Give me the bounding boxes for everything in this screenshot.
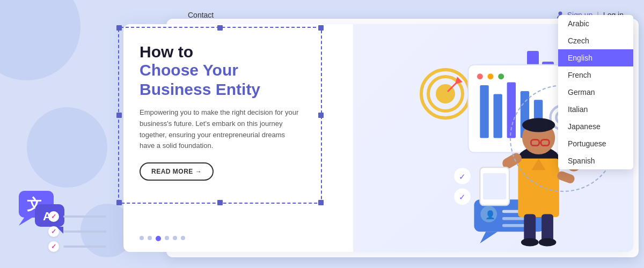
read-more-button[interactable]: READ MORE → [140, 162, 214, 181]
svg-rect-44 [483, 173, 507, 199]
dot-5[interactable] [173, 236, 177, 240]
dot-4[interactable] [165, 236, 169, 240]
language-dropdown: Arabic Czech English French German Itali… [558, 15, 633, 169]
hero-description: Empowering you to make the right decisio… [140, 107, 301, 152]
handle-bl[interactable] [116, 200, 122, 205]
svg-point-51 [558, 11, 562, 15]
check-mark-1: ✓ [51, 213, 56, 220]
dot-6[interactable] [181, 236, 185, 240]
topnav-right: Sign up | Log in Arabic Czech English Fr… [556, 11, 633, 19]
lang-portuguese[interactable]: Portuguese [558, 135, 633, 152]
handle-ml[interactable] [116, 113, 122, 118]
contact-link[interactable]: Contact [188, 11, 214, 19]
check-mark-2: ✓ [51, 228, 56, 235]
hero-title: Choose Your Business Entity [140, 61, 337, 99]
lang-english[interactable]: English [558, 49, 633, 66]
svg-marker-1 [19, 218, 32, 226]
lang-italian[interactable]: Italian [558, 101, 633, 118]
main-card: How to Choose Your Business Entity Empow… [123, 24, 633, 252]
lang-czech[interactable]: Czech [558, 32, 633, 49]
lang-german[interactable]: German [558, 84, 633, 101]
check-mark-3: ✓ [51, 243, 56, 250]
dot-2[interactable] [148, 236, 152, 240]
check-circle-3: ✓ [48, 241, 59, 252]
dot-1[interactable] [140, 236, 144, 240]
svg-text:✓: ✓ [459, 172, 466, 181]
lang-japanese[interactable]: Japanese [558, 118, 633, 135]
pagination-dots [140, 236, 185, 241]
check-line-3 [63, 245, 106, 248]
svg-marker-24 [480, 232, 497, 243]
check-circle-1: ✓ [48, 211, 59, 222]
svg-rect-28 [502, 217, 526, 219]
svg-rect-15 [480, 85, 488, 138]
check-item-1: ✓ [48, 211, 106, 222]
svg-point-49 [521, 238, 539, 246]
svg-text:✓: ✓ [459, 192, 466, 202]
svg-rect-16 [493, 94, 502, 138]
svg-text:👤: 👤 [485, 210, 496, 220]
hero-howto: How to [140, 43, 337, 61]
lang-french[interactable]: French [558, 66, 633, 84]
svg-point-14 [498, 73, 504, 79]
svg-point-50 [539, 238, 557, 246]
hero-title-line2: Business Entity [140, 80, 260, 98]
hero-title-line1: Choose Your [140, 61, 238, 79]
svg-point-12 [477, 73, 483, 79]
lang-spanish[interactable]: Spanish [558, 152, 633, 169]
svg-point-13 [487, 73, 493, 79]
check-item-3: ✓ [48, 241, 106, 252]
checklist: ✓ ✓ ✓ [48, 211, 106, 252]
check-line-1 [63, 215, 106, 218]
card-content: How to Choose Your Business Entity Empow… [123, 24, 353, 252]
check-line-2 [63, 230, 106, 233]
dot-3[interactable] [156, 236, 161, 241]
check-circle-2: ✓ [48, 226, 59, 237]
topnav: Contact Sign up | Log in Arabic Czech En… [0, 0, 644, 29]
lang-arabic[interactable]: Arabic [558, 15, 633, 32]
check-item-2: ✓ [48, 226, 106, 237]
